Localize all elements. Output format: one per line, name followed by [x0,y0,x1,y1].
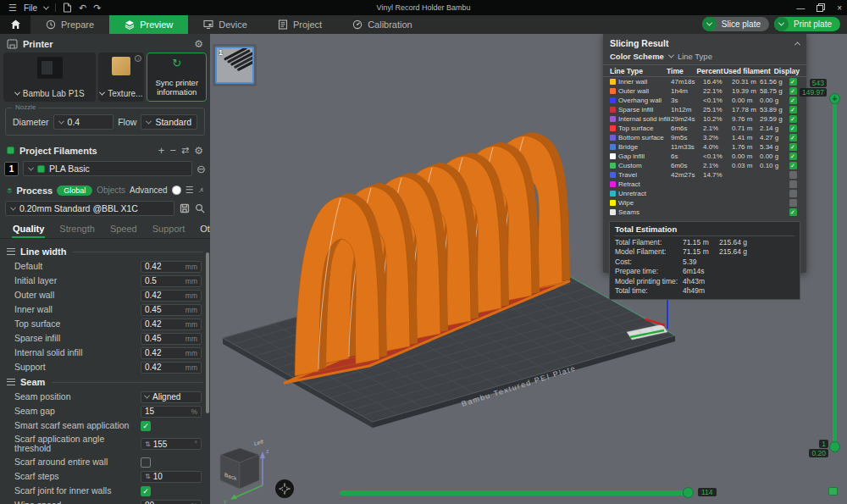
tab-support[interactable]: Support [145,221,193,238]
undo-icon[interactable]: ↶ [79,3,86,13]
file-menu-chevron-icon[interactable] [43,3,49,9]
tab-speed[interactable]: Speed [102,221,145,238]
sidebar-scrollbar[interactable] [206,252,209,413]
minimize-button[interactable]: — [796,3,805,13]
nozzle-flow-select[interactable]: Standard [141,114,197,130]
display-checkbox[interactable]: ✓ [789,125,797,132]
display-checkbox[interactable]: ✓ [789,152,797,160]
advanced-toggle[interactable] [172,186,181,195]
search-preset-icon[interactable] [195,203,205,213]
scarf-application-angle-threshold-input[interactable]: ⇅155° [141,438,202,450]
print-options-chevron-icon[interactable] [774,17,789,31]
wipe-speed-input[interactable]: 80% [141,500,202,504]
scarf-joint-for-inner-walls-checkbox[interactable]: ✓ [141,486,151,496]
param-row-scarf-steps: Scarf steps⇅10 [0,469,210,484]
default-input[interactable]: 0.42mm [141,261,202,273]
add-filament-button[interactable]: + [158,144,165,157]
process-preset-select[interactable]: 0.20mm Standard @BBL X1C [5,201,174,216]
sparse-infill-input[interactable]: 0.45mm [141,333,202,345]
layer-slider-bottom-handle[interactable] [829,441,840,452]
smart-scarf-seam-application-checkbox[interactable]: ✓ [141,421,151,431]
support-input[interactable]: 0.42mm [141,362,202,374]
redo-icon[interactable]: ↷ [93,3,101,13]
seam-gap-input[interactable]: 15% [141,406,202,418]
file-menu[interactable]: File [24,3,37,13]
percent-value: <0.1% [703,97,732,104]
scope-global-pill[interactable]: Global [57,186,92,196]
tab-preview[interactable]: Preview [109,15,188,34]
move-slider-handle[interactable] [683,487,694,498]
filament-select[interactable]: PLA Basic [23,161,192,176]
display-checkbox[interactable]: ✓ [789,162,797,169]
tab-strength[interactable]: Strength [52,221,102,238]
inner-wall-input[interactable]: 0.45mm [141,304,202,316]
3d-viewport[interactable]: Bambu Textured PEI Plate 1 [210,34,847,504]
seam-position-select[interactable]: Aligned [141,391,202,403]
display-checkbox[interactable]: ✓ [789,143,797,151]
display-checkbox[interactable]: ✓ [789,106,797,114]
nozzle-diameter-select[interactable]: 0.4 [53,114,114,130]
process-tools-icon[interactable] [198,186,203,196]
display-checkbox[interactable] [789,171,797,179]
plate-type-card[interactable]: i Texture... [98,53,144,102]
settings-sidebar: Printer ⚙ Bambu Lab P1S i Texture... ↻ S… [0,34,210,504]
display-checkbox[interactable]: ✓ [789,97,797,104]
tab-calibration[interactable]: Calibration [337,15,428,34]
tab-quality[interactable]: Quality [5,221,52,238]
layer-slider-track[interactable] [833,99,837,446]
locate-plate-button[interactable] [275,479,294,498]
initial-layer-input[interactable]: 0.5mm [141,275,202,287]
tab-device[interactable]: Device [188,15,263,34]
preset-list-icon[interactable]: ☰ [185,185,194,196]
printer-model-card[interactable]: Bambu Lab P1S [3,53,96,102]
spinner-arrows-icon[interactable]: ⇅ [145,440,151,448]
display-checkbox[interactable]: ✓ [789,208,797,216]
slice-options-chevron-icon[interactable] [702,17,717,31]
tab-others[interactable]: Others [192,221,210,238]
display-checkbox[interactable]: ✓ [789,87,797,95]
home-button[interactable] [0,15,30,34]
info-icon[interactable]: i [135,55,141,62]
filament-slot-chip[interactable]: 1 [4,162,19,176]
filament-settings-gear-icon[interactable]: ⚙ [194,145,203,157]
restore-button[interactable] [817,3,825,12]
sync-printer-button[interactable]: ↻ Sync printer information [147,53,207,102]
param-row-wipe-speed: Wipe speed80% [0,498,210,504]
display-checkbox[interactable] [789,190,797,197]
top-surface-input[interactable]: 0.42mm [141,318,202,330]
menu-hamburger-icon[interactable]: ☰ [8,3,17,13]
mini-plate-indicator-icon[interactable] [828,487,838,496]
plate-thumbnail[interactable]: 1 [215,47,254,84]
save-preset-icon[interactable] [180,203,190,213]
scope-objects-label[interactable]: Objects [97,186,125,195]
close-button[interactable]: × [837,3,842,13]
scarf-steps-input[interactable]: ⇅10 [141,471,202,483]
display-checkbox[interactable]: ✓ [789,78,797,86]
layer-slider-top-handle[interactable]: + [829,93,840,104]
remove-filament-button[interactable]: − [169,144,176,157]
filament-edit-icon[interactable]: ⊖ [197,163,206,175]
collapse-panel-icon[interactable] [794,42,800,47]
line-type-row-unretract: Unretract [603,189,806,198]
display-checkbox[interactable] [789,199,797,207]
spinner-arrows-icon[interactable]: ⇅ [145,473,151,480]
tab-label: Prepare [61,19,94,30]
cube-face-left[interactable]: Left [254,438,263,446]
display-checkbox[interactable]: ✓ [789,134,797,141]
move-slider-track[interactable] [340,490,690,496]
sync-filament-icon[interactable]: ⇄ [181,145,189,156]
scarf-around-entire-wall-checkbox[interactable] [141,457,151,468]
new-project-icon[interactable] [63,3,72,13]
display-checkbox[interactable] [789,180,797,188]
internal-solid-infill-input[interactable]: 0.42mm [141,347,202,359]
tab-project[interactable]: Project [263,15,337,34]
slice-plate-button[interactable]: Slice plate [702,17,769,31]
display-checkbox[interactable]: ✓ [789,115,797,123]
total-estimation: Total Estimation Total Filament:71.15 m2… [609,221,800,300]
time-value: 9m5s [671,134,703,141]
print-plate-button[interactable]: Print plate [774,17,840,31]
tab-prepare[interactable]: Prepare [30,15,109,34]
printer-settings-gear-icon[interactable]: ⚙ [194,38,203,50]
color-scheme-select[interactable]: Line Type [669,52,712,61]
outer-wall-input[interactable]: 0.42mm [141,290,202,302]
